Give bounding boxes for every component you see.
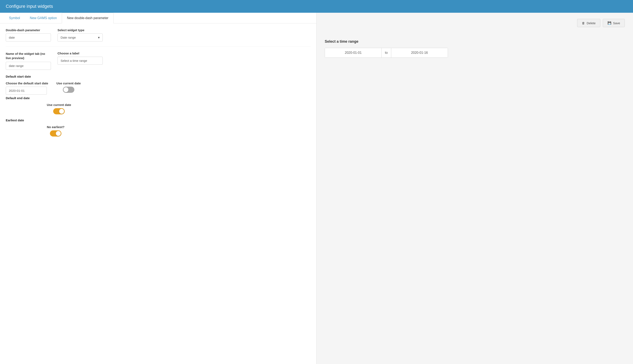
preview-label: Select a time range <box>325 40 625 44</box>
widget-type-select-wrapper: Date range ▼ <box>58 34 103 42</box>
earliest-date-title: Earliest date <box>6 118 311 122</box>
use-current-start-label: Use current date <box>57 82 81 85</box>
widget-type-label: Select widget type <box>58 28 103 32</box>
widget-tab-label: Name of the widget tab (no live preview) <box>6 52 47 60</box>
use-current-end-group: Use current date <box>47 103 71 114</box>
save-label: Save <box>613 21 620 25</box>
right-panel: 🗑 Delete 💾 Save Select a time range to <box>317 13 633 364</box>
no-earliest-label: No earliest? <box>47 125 65 129</box>
preview-end-date[interactable] <box>391 48 448 58</box>
delete-button[interactable]: 🗑 Delete <box>577 19 600 27</box>
app-title: Configure input widgets <box>6 4 53 9</box>
use-current-start-group: Use current date <box>57 82 81 93</box>
preview-section: Select a time range to <box>325 35 625 62</box>
use-current-end-label: Use current date <box>47 103 71 106</box>
date-separator: to <box>381 48 391 58</box>
widget-tab-group: Name of the widget tab (no live preview) <box>6 52 51 70</box>
choose-label-label: Choose a label <box>58 52 103 55</box>
action-buttons: 🗑 Delete 💾 Save <box>325 19 625 27</box>
default-end-section: Default end date Use current date <box>6 96 311 114</box>
use-current-end-toggle[interactable] <box>53 108 65 114</box>
toggle-knob-end <box>59 109 64 114</box>
tab-new-double-dash[interactable]: New double-dash parameter <box>62 13 114 24</box>
toggle-knob-start <box>64 87 68 92</box>
default-end-title: Default end date <box>6 96 311 100</box>
toggle-knob-earliest <box>56 131 61 136</box>
save-button[interactable]: 💾 Save <box>603 19 625 27</box>
left-panel: Symbol New GAMS option New double-dash p… <box>0 13 317 364</box>
form-row-1: Double-dash parameter Select widget type… <box>6 28 311 42</box>
left-content: Double-dash parameter Select widget type… <box>0 24 316 364</box>
default-start-sublabel: Choose the default start date <box>6 82 48 85</box>
save-icon: 💾 <box>607 21 611 25</box>
no-earliest-group: No earliest? <box>47 125 65 136</box>
use-current-start-toggle[interactable] <box>63 87 74 93</box>
choose-label-group: Choose a label <box>58 52 103 70</box>
form-row-2: Name of the widget tab (no live preview)… <box>6 52 311 70</box>
default-end-row: Use current date <box>6 103 311 114</box>
double-dash-input[interactable] <box>6 34 51 42</box>
delete-label: Delete <box>586 21 595 25</box>
preview-start-date[interactable] <box>325 48 381 58</box>
double-dash-group: Double-dash parameter <box>6 28 51 42</box>
default-start-section: Default start date Choose the default st… <box>6 75 311 95</box>
tabs-bar: Symbol New GAMS option New double-dash p… <box>0 13 316 24</box>
default-start-input-group: Choose the default start date <box>6 82 48 95</box>
default-start-input[interactable] <box>6 87 47 95</box>
default-start-row: Choose the default start date Use curren… <box>6 82 311 95</box>
trash-icon: 🗑 <box>582 21 585 25</box>
double-dash-label: Double-dash parameter <box>6 28 51 32</box>
widget-type-select[interactable]: Date range <box>58 34 103 42</box>
tab-symbol[interactable]: Symbol <box>4 13 25 24</box>
app-header: Configure input widgets <box>0 0 633 13</box>
date-range-preview: to <box>325 48 448 58</box>
widget-type-group: Select widget type Date range ▼ <box>58 28 103 42</box>
tab-new-gams-option[interactable]: New GAMS option <box>25 13 62 24</box>
earliest-date-section: Earliest date No earliest? <box>6 118 311 136</box>
default-start-title: Default start date <box>6 75 311 78</box>
no-earliest-toggle[interactable] <box>50 130 62 136</box>
choose-label-input[interactable] <box>58 57 103 65</box>
widget-tab-input[interactable] <box>6 62 51 70</box>
earliest-row: No earliest? <box>6 125 311 136</box>
